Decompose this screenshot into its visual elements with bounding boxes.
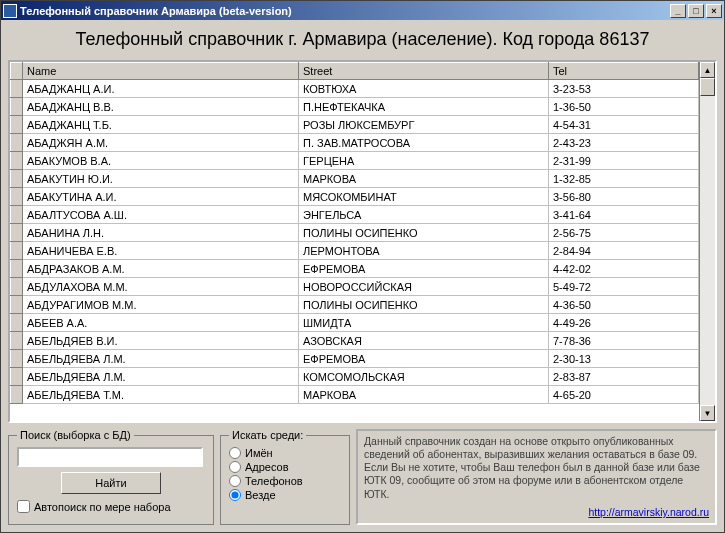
row-header [11, 170, 23, 188]
cell-tel: 4-54-31 [549, 116, 699, 134]
col-tel[interactable]: Tel [549, 63, 699, 80]
search-input[interactable] [17, 447, 203, 467]
table-row[interactable]: АБЕЛЬДЯЕВ В.И.АЗОВСКАЯ7-78-36 [11, 332, 699, 350]
row-header [11, 368, 23, 386]
cell-name: АБАЛТУСОВА А.Ш. [23, 206, 299, 224]
table-row[interactable]: АБЕЕВ А.А.ШМИДТА4-49-26 [11, 314, 699, 332]
cell-tel: 3-56-80 [549, 188, 699, 206]
search-fieldset: Поиск (выборка с БД) Найти Автопоиск по … [8, 429, 214, 525]
scroll-track[interactable] [700, 78, 715, 405]
table-row[interactable]: АБЕЛЬДЯЕВА Л.М.ЕФРЕМОВА2-30-13 [11, 350, 699, 368]
table-row[interactable]: АБАЛТУСОВА А.Ш.ЭНГЕЛЬСА3-41-64 [11, 206, 699, 224]
scroll-up-icon[interactable]: ▲ [700, 62, 715, 78]
cell-street: ГЕРЦЕНА [299, 152, 549, 170]
cell-street: ПОЛИНЫ ОСИПЕНКО [299, 296, 549, 314]
table-row[interactable]: АБДУРАГИМОВ М.М.ПОЛИНЫ ОСИПЕНКО4-36-50 [11, 296, 699, 314]
cell-name: АБДУРАГИМОВ М.М. [23, 296, 299, 314]
row-header [11, 80, 23, 98]
row-header [11, 242, 23, 260]
row-header [11, 152, 23, 170]
table-row[interactable]: АБАКУТИНА А.И.МЯСОКОМБИНАТ3-56-80 [11, 188, 699, 206]
cell-street: АЗОВСКАЯ [299, 332, 549, 350]
app-icon [3, 4, 17, 18]
row-header [11, 224, 23, 242]
cell-street: П.НЕФТЕКАЧКА [299, 98, 549, 116]
row-header [11, 314, 23, 332]
cell-name: АБАКУМОВ В.А. [23, 152, 299, 170]
cell-name: АБАНИНА Л.Н. [23, 224, 299, 242]
cell-street: ШМИДТА [299, 314, 549, 332]
cell-street: ЭНГЕЛЬСА [299, 206, 549, 224]
cell-tel: 3-41-64 [549, 206, 699, 224]
among-legend: Искать среди: [229, 429, 306, 441]
cell-name: АБЕЛЬДЯЕВА Л.М. [23, 368, 299, 386]
row-header [11, 134, 23, 152]
table-row[interactable]: АБДУЛАХОВА М.М.НОВОРОССИЙСКАЯ5-49-72 [11, 278, 699, 296]
data-grid[interactable]: Name Street Tel АБАДЖАНЦ А.И.КОВТЮХА3-23… [8, 60, 717, 423]
col-street[interactable]: Street [299, 63, 549, 80]
cell-name: АБЕЛЬДЯЕВА Л.М. [23, 350, 299, 368]
cell-name: АБАКУТИН Ю.И. [23, 170, 299, 188]
table-row[interactable]: АБАКУТИН Ю.И.МАРКОВА1-32-85 [11, 170, 699, 188]
close-button[interactable]: × [706, 4, 722, 18]
cell-street: ПОЛИНЫ ОСИПЕНКО [299, 224, 549, 242]
table-row[interactable]: АБЕЛЬДЯЕВА Л.М.КОМСОМОЛЬСКАЯ2-83-87 [11, 368, 699, 386]
cell-tel: 3-23-53 [549, 80, 699, 98]
row-header [11, 350, 23, 368]
cell-name: АБАНИЧЕВА Е.В. [23, 242, 299, 260]
table-row[interactable]: АБЕЛЬДЯЕВА Т.М.МАРКОВА4-65-20 [11, 386, 699, 404]
search-legend: Поиск (выборка с БД) [17, 429, 134, 441]
maximize-button[interactable]: □ [688, 4, 704, 18]
cell-name: АБЕЛЬДЯЕВ В.И. [23, 332, 299, 350]
cell-name: АБАКУТИНА А.И. [23, 188, 299, 206]
window-title: Телефонный справочник Армавира (beta-ver… [20, 5, 292, 17]
row-header-corner [11, 63, 23, 80]
autosearch-label: Автопоиск по мере набора [34, 501, 171, 513]
autosearch-checkbox[interactable]: Автопоиск по мере набора [17, 500, 205, 513]
cell-tel: 1-32-85 [549, 170, 699, 188]
table-row[interactable]: АБАДЖАНЦ В.В.П.НЕФТЕКАЧКА1-36-50 [11, 98, 699, 116]
cell-street: ЕФРЕМОВА [299, 260, 549, 278]
autosearch-check[interactable] [17, 500, 30, 513]
cell-street: НОВОРОССИЙСКАЯ [299, 278, 549, 296]
radio-phones[interactable]: Телефонов [229, 475, 341, 487]
row-header [11, 296, 23, 314]
cell-name: АБЕЕВ А.А. [23, 314, 299, 332]
table-row[interactable]: АБАДЖЯН А.М.П. ЗАВ.МАТРОСОВА2-43-23 [11, 134, 699, 152]
cell-street: П. ЗАВ.МАТРОСОВА [299, 134, 549, 152]
radio-everywhere[interactable]: Везде [229, 489, 341, 501]
search-among-fieldset: Искать среди: Имён Адресов Телефонов Вез… [220, 429, 350, 525]
cell-street: ЛЕРМОНТОВА [299, 242, 549, 260]
cell-tel: 7-78-36 [549, 332, 699, 350]
radio-names[interactable]: Имён [229, 447, 341, 459]
table-row[interactable]: АБАДЖАНЦ Т.Б.РОЗЫ ЛЮКСЕМБУРГ4-54-31 [11, 116, 699, 134]
table-row[interactable]: АБАДЖАНЦ А.И.КОВТЮХА3-23-53 [11, 80, 699, 98]
minimize-button[interactable]: _ [670, 4, 686, 18]
find-button[interactable]: Найти [61, 472, 161, 494]
row-header [11, 278, 23, 296]
row-header [11, 206, 23, 224]
row-header [11, 188, 23, 206]
table-row[interactable]: АБАКУМОВ В.А.ГЕРЦЕНА2-31-99 [11, 152, 699, 170]
col-name[interactable]: Name [23, 63, 299, 80]
scroll-thumb[interactable] [700, 78, 715, 96]
cell-tel: 2-31-99 [549, 152, 699, 170]
cell-name: АБАДЖАНЦ В.В. [23, 98, 299, 116]
table-row[interactable]: АБДРАЗАКОВ А.М.ЕФРЕМОВА4-42-02 [11, 260, 699, 278]
cell-tel: 2-84-94 [549, 242, 699, 260]
row-header [11, 260, 23, 278]
scroll-down-icon[interactable]: ▼ [700, 405, 715, 421]
cell-name: АБАДЖАНЦ Т.Б. [23, 116, 299, 134]
row-header [11, 386, 23, 404]
row-header [11, 332, 23, 350]
titlebar[interactable]: Телефонный справочник Армавира (beta-ver… [1, 1, 724, 20]
cell-street: ЕФРЕМОВА [299, 350, 549, 368]
table-row[interactable]: АБАНИЧЕВА Е.В.ЛЕРМОНТОВА2-84-94 [11, 242, 699, 260]
table-row[interactable]: АБАНИНА Л.Н.ПОЛИНЫ ОСИПЕНКО2-56-75 [11, 224, 699, 242]
cell-street: КОМСОМОЛЬСКАЯ [299, 368, 549, 386]
page-title: Телефонный справочник г. Армавира (насел… [8, 27, 717, 54]
radio-addresses[interactable]: Адресов [229, 461, 341, 473]
vertical-scrollbar[interactable]: ▲ ▼ [699, 62, 715, 421]
info-link[interactable]: http://armavirskiy.narod.ru [364, 506, 709, 519]
cell-tel: 1-36-50 [549, 98, 699, 116]
